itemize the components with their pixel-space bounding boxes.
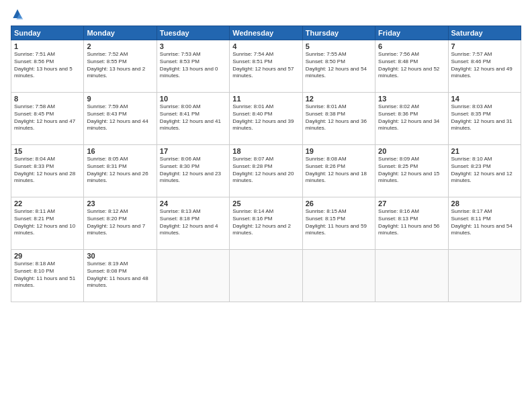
day-number: 14 xyxy=(451,95,518,103)
cell-info: Sunrise: 8:08 AMSunset: 8:26 PMDaylight:… xyxy=(306,156,372,185)
calendar-cell: 21Sunrise: 8:10 AMSunset: 8:23 PMDayligh… xyxy=(448,145,521,197)
day-number: 25 xyxy=(232,199,299,208)
calendar-cell: 17Sunrise: 8:06 AMSunset: 8:30 PMDayligh… xyxy=(157,145,229,197)
calendar-cell: 6Sunrise: 7:56 AMSunset: 8:48 PMDaylight… xyxy=(375,40,448,93)
day-number: 13 xyxy=(378,95,445,103)
day-number: 27 xyxy=(378,199,445,208)
calendar-cell: 4Sunrise: 7:54 AMSunset: 8:51 PMDaylight… xyxy=(230,40,302,93)
cell-info: Sunrise: 8:04 AMSunset: 8:33 PMDaylight:… xyxy=(14,156,81,185)
calendar-week-row-2: 15Sunrise: 8:04 AMSunset: 8:33 PMDayligh… xyxy=(11,145,521,197)
cell-info: Sunrise: 8:17 AMSunset: 8:11 PMDaylight:… xyxy=(451,208,518,237)
cell-info: Sunrise: 8:09 AMSunset: 8:25 PMDaylight:… xyxy=(378,156,445,185)
cell-info: Sunrise: 7:51 AMSunset: 8:56 PMDaylight:… xyxy=(14,51,81,80)
calendar-week-row-1: 8Sunrise: 7:58 AMSunset: 8:45 PMDaylight… xyxy=(11,93,521,145)
cell-info: Sunrise: 8:10 AMSunset: 8:23 PMDaylight:… xyxy=(451,156,518,185)
cell-info: Sunrise: 8:00 AMSunset: 8:41 PMDaylight:… xyxy=(160,103,226,132)
calendar-cell: 2Sunrise: 7:52 AMSunset: 8:55 PMDaylight… xyxy=(84,40,157,93)
day-number: 5 xyxy=(306,42,372,50)
cell-info: Sunrise: 7:52 AMSunset: 8:55 PMDaylight:… xyxy=(87,51,153,80)
cell-info: Sunrise: 7:57 AMSunset: 8:46 PMDaylight:… xyxy=(451,51,518,80)
calendar-cell: 9Sunrise: 7:59 AMSunset: 8:43 PMDaylight… xyxy=(84,93,157,145)
day-number: 1 xyxy=(14,42,81,50)
calendar-cell: 1Sunrise: 7:51 AMSunset: 8:56 PMDaylight… xyxy=(11,40,84,93)
calendar-header-saturday: Saturday xyxy=(448,26,521,40)
calendar-cell: 10Sunrise: 8:00 AMSunset: 8:41 PMDayligh… xyxy=(157,93,229,145)
day-number: 4 xyxy=(232,42,299,50)
day-number: 26 xyxy=(306,199,372,208)
calendar-cell: 3Sunrise: 7:53 AMSunset: 8:53 PMDaylight… xyxy=(157,40,229,93)
logo-icon xyxy=(11,8,24,21)
cell-info: Sunrise: 8:12 AMSunset: 8:20 PMDaylight:… xyxy=(87,208,153,237)
calendar-cell: 29Sunrise: 8:18 AMSunset: 8:10 PMDayligh… xyxy=(11,250,84,302)
cell-info: Sunrise: 8:07 AMSunset: 8:28 PMDaylight:… xyxy=(232,156,299,185)
calendar-week-row-3: 22Sunrise: 8:11 AMSunset: 8:21 PMDayligh… xyxy=(11,197,521,250)
calendar-cell: 23Sunrise: 8:12 AMSunset: 8:20 PMDayligh… xyxy=(84,197,157,250)
calendar-cell: 25Sunrise: 8:14 AMSunset: 8:16 PMDayligh… xyxy=(230,197,302,250)
calendar-cell: 13Sunrise: 8:02 AMSunset: 8:36 PMDayligh… xyxy=(375,93,448,145)
cell-info: Sunrise: 8:19 AMSunset: 8:08 PMDaylight:… xyxy=(87,261,153,289)
cell-info: Sunrise: 7:55 AMSunset: 8:50 PMDaylight:… xyxy=(306,51,372,80)
calendar-cell: 19Sunrise: 8:08 AMSunset: 8:26 PMDayligh… xyxy=(302,145,375,197)
calendar-week-row-4: 29Sunrise: 8:18 AMSunset: 8:10 PMDayligh… xyxy=(11,250,521,302)
day-number: 8 xyxy=(14,95,81,103)
day-number: 12 xyxy=(306,95,372,103)
day-number: 7 xyxy=(451,42,518,50)
header xyxy=(11,8,521,21)
cell-info: Sunrise: 7:53 AMSunset: 8:53 PMDaylight:… xyxy=(160,51,226,80)
calendar-header-sunday: Sunday xyxy=(11,26,84,40)
day-number: 28 xyxy=(451,199,518,208)
calendar-cell: 28Sunrise: 8:17 AMSunset: 8:11 PMDayligh… xyxy=(448,197,521,250)
cell-info: Sunrise: 8:14 AMSunset: 8:16 PMDaylight:… xyxy=(232,208,299,237)
day-number: 19 xyxy=(306,147,372,155)
calendar-cell: 11Sunrise: 8:01 AMSunset: 8:40 PMDayligh… xyxy=(230,93,302,145)
calendar-cell: 12Sunrise: 8:01 AMSunset: 8:38 PMDayligh… xyxy=(302,93,375,145)
cell-info: Sunrise: 8:03 AMSunset: 8:35 PMDaylight:… xyxy=(451,103,518,132)
cell-info: Sunrise: 7:54 AMSunset: 8:51 PMDaylight:… xyxy=(232,51,299,80)
cell-info: Sunrise: 8:01 AMSunset: 8:38 PMDaylight:… xyxy=(306,103,372,132)
calendar-table: SundayMondayTuesdayWednesdayThursdayFrid… xyxy=(11,26,521,302)
day-number: 21 xyxy=(451,147,518,155)
calendar-cell: 30Sunrise: 8:19 AMSunset: 8:08 PMDayligh… xyxy=(84,250,157,302)
calendar-header-row: SundayMondayTuesdayWednesdayThursdayFrid… xyxy=(11,26,521,40)
calendar-cell xyxy=(230,250,302,302)
page: SundayMondayTuesdayWednesdayThursdayFrid… xyxy=(0,0,532,411)
day-number: 16 xyxy=(87,147,153,155)
day-number: 30 xyxy=(87,252,153,260)
cell-info: Sunrise: 8:18 AMSunset: 8:10 PMDaylight:… xyxy=(14,261,81,289)
day-number: 15 xyxy=(14,147,81,155)
calendar-cell: 8Sunrise: 7:58 AMSunset: 8:45 PMDaylight… xyxy=(11,93,84,145)
calendar-cell: 14Sunrise: 8:03 AMSunset: 8:35 PMDayligh… xyxy=(448,93,521,145)
calendar-header-wednesday: Wednesday xyxy=(230,26,302,40)
day-number: 18 xyxy=(232,147,299,155)
cell-info: Sunrise: 7:58 AMSunset: 8:45 PMDaylight:… xyxy=(14,103,81,132)
day-number: 11 xyxy=(232,95,299,103)
calendar-cell: 22Sunrise: 8:11 AMSunset: 8:21 PMDayligh… xyxy=(11,197,84,250)
calendar-cell xyxy=(157,250,229,302)
calendar-week-row-0: 1Sunrise: 7:51 AMSunset: 8:56 PMDaylight… xyxy=(11,40,521,93)
day-number: 20 xyxy=(378,147,445,155)
calendar-cell: 15Sunrise: 8:04 AMSunset: 8:33 PMDayligh… xyxy=(11,145,84,197)
cell-info: Sunrise: 8:06 AMSunset: 8:30 PMDaylight:… xyxy=(160,156,226,185)
calendar-cell xyxy=(448,250,521,302)
calendar-header-thursday: Thursday xyxy=(302,26,375,40)
calendar-cell xyxy=(302,250,375,302)
cell-info: Sunrise: 7:56 AMSunset: 8:48 PMDaylight:… xyxy=(378,51,445,80)
cell-info: Sunrise: 7:59 AMSunset: 8:43 PMDaylight:… xyxy=(87,103,153,132)
day-number: 9 xyxy=(87,95,153,103)
cell-info: Sunrise: 8:13 AMSunset: 8:18 PMDaylight:… xyxy=(160,208,226,237)
day-number: 24 xyxy=(160,199,226,208)
calendar-header-friday: Friday xyxy=(375,26,448,40)
calendar-cell: 16Sunrise: 8:05 AMSunset: 8:31 PMDayligh… xyxy=(84,145,157,197)
calendar-cell: 18Sunrise: 8:07 AMSunset: 8:28 PMDayligh… xyxy=(230,145,302,197)
calendar-header-monday: Monday xyxy=(84,26,157,40)
calendar-cell: 27Sunrise: 8:16 AMSunset: 8:13 PMDayligh… xyxy=(375,197,448,250)
day-number: 17 xyxy=(160,147,226,155)
logo xyxy=(11,8,27,21)
day-number: 6 xyxy=(378,42,445,50)
calendar-cell: 5Sunrise: 7:55 AMSunset: 8:50 PMDaylight… xyxy=(302,40,375,93)
calendar-cell: 26Sunrise: 8:15 AMSunset: 8:15 PMDayligh… xyxy=(302,197,375,250)
day-number: 3 xyxy=(160,42,226,50)
calendar-cell: 7Sunrise: 7:57 AMSunset: 8:46 PMDaylight… xyxy=(448,40,521,93)
cell-info: Sunrise: 8:01 AMSunset: 8:40 PMDaylight:… xyxy=(232,103,299,132)
day-number: 22 xyxy=(14,199,81,208)
